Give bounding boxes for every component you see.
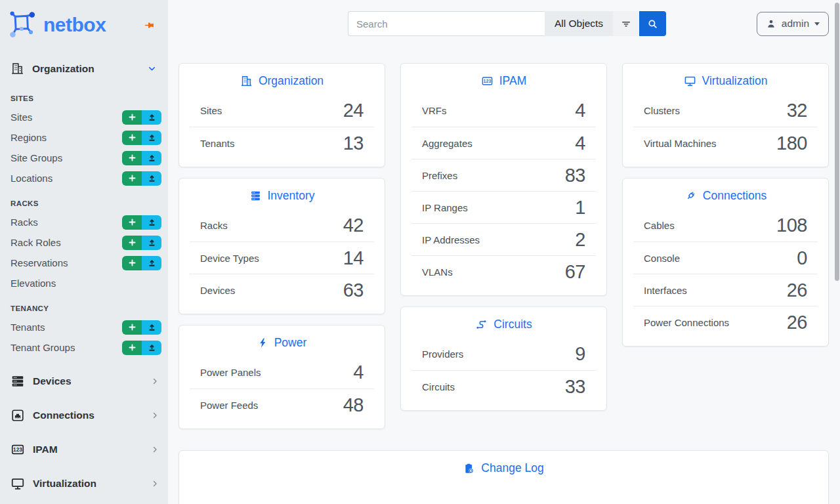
import-button[interactable] xyxy=(142,171,161,186)
stat-label[interactable]: Racks xyxy=(200,220,228,231)
stat-value[interactable]: 2 xyxy=(575,229,585,251)
sidebar-item-site-groups[interactable]: Site Groups xyxy=(0,148,168,168)
sidebar-menu-virtualization[interactable]: Virtualization xyxy=(0,467,168,501)
stat-label[interactable]: Prefixes xyxy=(422,170,457,181)
import-button[interactable] xyxy=(142,215,161,230)
sidebar-item-racks[interactable]: Racks xyxy=(0,212,168,232)
netbox-logo-icon[interactable] xyxy=(9,10,38,39)
stat-label[interactable]: IP Ranges xyxy=(422,202,468,213)
sidebar-item-label[interactable]: Racks xyxy=(10,217,38,228)
stat-label[interactable]: VRFs xyxy=(422,105,447,116)
stat-label[interactable]: Device Types xyxy=(200,253,259,264)
filter-button[interactable] xyxy=(613,11,639,36)
pin-sidebar-icon[interactable] xyxy=(142,18,156,32)
stat-value[interactable]: 67 xyxy=(565,261,585,283)
import-button[interactable] xyxy=(142,341,161,355)
add-button[interactable] xyxy=(122,110,142,125)
add-button[interactable] xyxy=(122,131,142,145)
sidebar-item-sites[interactable]: Sites xyxy=(0,107,168,127)
sidebar-menu-connections[interactable]: Connections xyxy=(0,398,168,432)
search-button[interactable] xyxy=(639,11,666,36)
sidebar-item-label[interactable]: Elevations xyxy=(10,278,56,289)
sidebar-item-label[interactable]: Locations xyxy=(10,173,52,184)
sidebar-item-elevations[interactable]: Elevations xyxy=(0,273,168,293)
add-button[interactable] xyxy=(122,256,142,270)
sidebar-item-rack-roles[interactable]: Rack Roles xyxy=(0,232,168,253)
stat-value[interactable]: 14 xyxy=(343,247,364,269)
stat-value[interactable]: 26 xyxy=(787,312,807,333)
stat-value[interactable]: 48 xyxy=(343,394,364,416)
stat-value[interactable]: 83 xyxy=(565,165,585,186)
stat-label[interactable]: Power Connections xyxy=(644,317,729,328)
sidebar-section-organization[interactable]: Organization xyxy=(0,54,168,83)
card-title-link[interactable]: Change Log xyxy=(179,451,828,482)
stat-value[interactable]: 42 xyxy=(343,215,364,236)
import-button[interactable] xyxy=(142,151,161,165)
sidebar-item-label[interactable]: Site Groups xyxy=(10,152,62,163)
card-title-link[interactable]: Virtualization xyxy=(623,64,828,94)
sidebar-item-locations[interactable]: Locations xyxy=(0,168,168,188)
stat-value[interactable]: 24 xyxy=(343,100,364,121)
import-button[interactable] xyxy=(142,110,161,125)
stat-value[interactable]: 180 xyxy=(776,133,807,154)
stat-label[interactable]: Providers xyxy=(422,348,463,360)
sidebar-item-label[interactable]: Tenants xyxy=(10,322,45,333)
user-menu-button[interactable]: admin xyxy=(757,12,829,36)
add-button[interactable] xyxy=(122,171,142,186)
search-input[interactable] xyxy=(348,11,545,36)
add-button[interactable] xyxy=(122,151,142,165)
stat-label[interactable]: Tenants xyxy=(200,138,235,149)
import-button[interactable] xyxy=(142,236,161,250)
card-title-link[interactable]: Organization xyxy=(179,64,385,94)
add-button[interactable] xyxy=(122,341,142,355)
stat-label[interactable]: Clusters xyxy=(644,105,680,116)
add-button[interactable] xyxy=(122,320,142,335)
sidebar-menu-devices[interactable]: Devices xyxy=(0,364,168,398)
stat-label[interactable]: Sites xyxy=(200,105,222,116)
stat-label[interactable]: VLANs xyxy=(422,266,453,278)
stat-label[interactable]: Console xyxy=(644,253,680,264)
stat-label[interactable]: Circuits xyxy=(422,381,455,392)
card-title-link[interactable]: 123 IPAM xyxy=(401,64,606,94)
stat-value[interactable]: 108 xyxy=(776,215,807,236)
sidebar-item-label[interactable]: Reservations xyxy=(10,257,68,268)
stat-value[interactable]: 0 xyxy=(797,247,807,269)
stat-label[interactable]: Aggregates xyxy=(422,138,472,149)
sidebar-item-label[interactable]: Sites xyxy=(10,112,32,123)
stat-label[interactable]: Virtual Machines xyxy=(644,138,717,149)
card-title-link[interactable]: Power xyxy=(179,326,385,356)
card-title-link[interactable]: Circuits xyxy=(401,307,606,338)
logo-wordmark[interactable]: netbox xyxy=(43,14,106,36)
import-button[interactable] xyxy=(142,256,161,270)
stat-value[interactable]: 4 xyxy=(575,100,585,121)
stat-label[interactable]: Power Panels xyxy=(200,367,261,378)
stat-label[interactable]: Power Feeds xyxy=(200,400,258,411)
card-title-link[interactable]: Connections xyxy=(623,178,828,209)
stat-value[interactable]: 4 xyxy=(353,362,364,383)
stat-value[interactable]: 33 xyxy=(565,376,585,398)
import-button[interactable] xyxy=(142,320,161,335)
stat-value[interactable]: 26 xyxy=(787,280,807,301)
sidebar-item-label[interactable]: Tenant Groups xyxy=(10,342,75,353)
stat-value[interactable]: 4 xyxy=(575,133,585,154)
import-button[interactable] xyxy=(142,131,161,145)
sidebar-item-label[interactable]: Rack Roles xyxy=(10,237,61,248)
stat-label[interactable]: IP Addresses xyxy=(422,234,480,245)
sidebar-menu-ipam[interactable]: 123 IPAM xyxy=(0,432,168,467)
stat-value[interactable]: 32 xyxy=(787,100,807,121)
stat-value[interactable]: 13 xyxy=(343,133,364,154)
sidebar-item-reservations[interactable]: Reservations xyxy=(0,253,168,273)
sidebar-item-regions[interactable]: Regions xyxy=(0,127,168,148)
stat-value[interactable]: 63 xyxy=(343,280,364,301)
card-title-link[interactable]: Inventory xyxy=(179,178,385,209)
stat-label[interactable]: Cables xyxy=(644,220,675,231)
stat-label[interactable]: Devices xyxy=(200,285,235,296)
sidebar-item-tenant-groups[interactable]: Tenant Groups xyxy=(0,337,168,358)
stat-value[interactable]: 9 xyxy=(575,343,585,365)
sidebar-item-tenants[interactable]: Tenants xyxy=(0,317,168,337)
scrollbar-thumb[interactable] xyxy=(835,3,839,281)
add-button[interactable] xyxy=(122,215,142,230)
search-scope-dropdown[interactable]: All Objects xyxy=(545,11,613,36)
sidebar-item-label[interactable]: Regions xyxy=(10,132,47,143)
stat-label[interactable]: Interfaces xyxy=(644,285,687,296)
